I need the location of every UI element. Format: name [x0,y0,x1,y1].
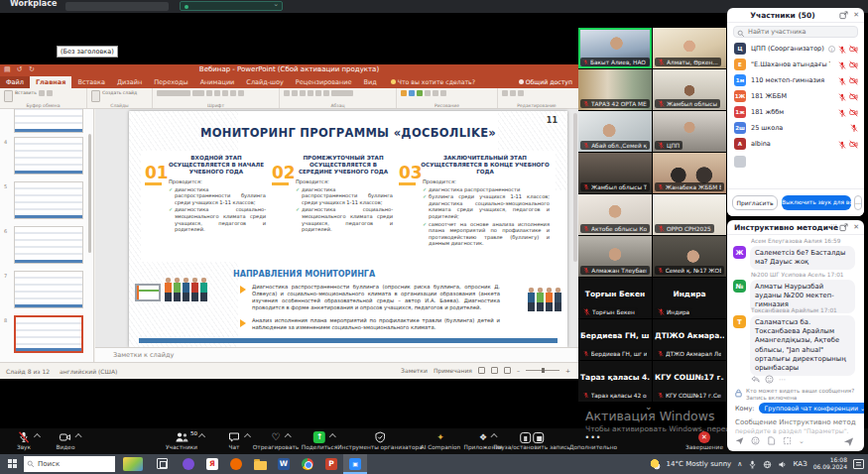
zoom-out-icon[interactable]: – [517,367,520,374]
reply-icon[interactable] [751,375,760,384]
ribbon-group-font[interactable]: Шрифт [153,88,280,108]
zoom-in-icon[interactable]: + [565,367,570,374]
video-button[interactable]: Видео [57,431,75,450]
font-color-icon[interactable] [230,90,236,96]
quick-styles-icon[interactable] [433,90,438,96]
share-button[interactable]: Общий доступ [519,78,572,85]
chevron-up-icon[interactable] [329,433,336,440]
tab-home[interactable]: Главная [30,76,71,88]
slide-thumbnail[interactable] [14,226,83,264]
taskbar-app-explorer[interactable] [248,454,272,474]
zoom-slider[interactable] [526,370,559,371]
more-button[interactable]: ••• Дополнительно [569,431,617,450]
powerpoint-titlebar[interactable]: ▤ ↺ ↻ Вебинар - PowerPoint (Сбой активац… [0,64,578,76]
top-bar-control[interactable] [65,2,169,11]
tell-me-box[interactable]: Что вы хотите сделать? [383,76,479,88]
participant-row[interactable]: Е "Е.Шаханов атындағы ТМ (РО)... [727,58,864,73]
video-tile[interactable]: Бакыт Алиев, НАО "Өрк... [578,28,652,68]
comments-toggle[interactable]: Примечания [434,367,472,374]
participant-row[interactable]: 2ш 25 школа [727,121,864,137]
react-button[interactable]: ♡ Отреагировать [253,431,300,450]
slide-canvas[interactable]: 11 МОНИТОРИНГ ПРОГРАММЫ «ДОСБОЛLIKE» 01 … [129,111,567,347]
video-tile[interactable]: ТАРАЗ 42 ОРТА МЕК... [578,69,652,110]
record-controls[interactable]: Пауза/остановить запись [493,431,570,450]
chevron-up-icon[interactable] [34,433,41,440]
cut-icon[interactable] [39,90,45,96]
close-icon[interactable]: ✕ [853,223,859,231]
tab-view[interactable]: Вид [358,76,383,88]
video-tile[interactable]: Жамбыл облысы Та... [578,153,652,193]
tray-network-icon[interactable] [763,460,772,469]
tab-transitions[interactable]: Переходы [148,76,193,88]
video-tile[interactable]: Алматы, Өркен... [653,28,726,68]
ribbon-group-clipboard[interactable]: Вставить Буфер обмена [0,88,87,108]
font-name-box[interactable] [157,90,190,96]
video-tile[interactable]: Семей қ. №17 ЖОББ... [653,236,726,277]
tray-volume-icon[interactable] [778,460,787,469]
tab-file[interactable]: Файл [0,76,30,88]
recipient-dropdown[interactable]: Групповой чат конференции ⌄ [759,403,864,414]
pause-recording-icon[interactable] [520,432,531,443]
chevron-up-icon[interactable] [75,433,82,440]
video-tile[interactable]: ИндираИндира [653,278,726,318]
underline-icon[interactable] [222,90,228,96]
video-tile[interactable]: Актобе облысы Коз... [578,194,652,235]
align-left-icon[interactable] [300,90,306,96]
align-right-icon[interactable] [315,90,321,96]
taskbar-app-word[interactable]: W [272,454,296,474]
slide-thumbnail[interactable] [14,271,83,308]
screenshot-icon[interactable] [783,436,792,445]
weather-text[interactable]: 14°C Mostly sunny [667,460,732,468]
select-icon[interactable] [518,90,524,96]
tab-design[interactable]: Дизайн [111,76,148,88]
chat-message[interactable]: Салеметсіз бе? Басталды ма? Дауыс жоқ [750,246,855,270]
paste-icon[interactable] [4,90,13,102]
taskbar-app-powerpoint[interactable]: P [319,454,343,474]
ribbon-group-paragraph[interactable]: Абзац [280,88,397,108]
top-bar-dropdown[interactable]: ⌄ [180,1,283,11]
shape-fill-icon[interactable] [440,90,446,96]
video-tile[interactable]: Жанабека ЖББМ Ел... [653,153,726,193]
slide-thumbnail[interactable] [14,137,83,175]
share-button[interactable]: ↑ Поделиться [302,431,337,450]
invite-button[interactable]: Пригласить [732,195,778,210]
taskbar-app-yandex-music[interactable] [177,454,200,474]
host-tools-button[interactable]: Инструменты организатора [337,431,423,450]
more-options-button[interactable]: … [854,195,862,210]
search-input[interactable] [748,27,855,37]
video-tile[interactable]: ДТІЖО Акмара...ДТЖО Акмарал Лес... [653,319,726,360]
task-view-icon[interactable] [157,458,168,469]
video-tile[interactable]: Тараз қаласы 4...Тараз қаласы 42 орт... [578,361,652,402]
bold-icon[interactable] [206,90,212,96]
participant-row-partial[interactable] [727,155,864,171]
participant-row[interactable]: 1ж 181 жббм [727,105,864,121]
chevron-down-icon[interactable]: ⌄ [799,437,805,445]
italic-icon[interactable] [214,90,220,96]
tab-animations[interactable]: Анимации [194,76,241,88]
chevron-up-icon[interactable] [198,433,205,440]
chat-button[interactable]: Чат [228,431,240,450]
video-tile[interactable]: Абай обл.,Семей қ ... [578,111,652,152]
tab-insert[interactable]: Вставка [71,76,111,88]
popout-icon[interactable] [839,223,848,232]
chevron-up-icon[interactable] [284,433,291,440]
participants-button[interactable]: 50 Участники [166,431,197,450]
taskbar-app-zoom[interactable]: ▣ [343,454,367,474]
taskbar-clock[interactable]: 16:08 06.09.2024 [813,457,847,471]
find-icon[interactable] [502,90,508,96]
notes-pane[interactable]: Заметки к слайду [95,347,578,362]
language-indicator[interactable]: КАЗ [793,460,806,468]
file-icon[interactable] [767,436,776,445]
taskbar-app-chrome[interactable] [296,454,319,474]
slide-sorter-icon[interactable] [491,367,498,374]
more-icon[interactable]: ⋯ [830,221,837,229]
stop-recording-icon[interactable] [533,432,544,443]
font-size-box[interactable] [192,90,204,96]
chevron-up-icon[interactable] [244,433,251,440]
start-button[interactable] [8,459,18,469]
end-meeting-button[interactable]: ✕ Завершение [685,431,723,450]
emoji-icon[interactable] [765,375,774,384]
normal-view-icon[interactable] [478,367,485,374]
shape-icon[interactable] [417,90,423,96]
taskbar-app-yandex-browser[interactable]: Я [200,454,224,474]
